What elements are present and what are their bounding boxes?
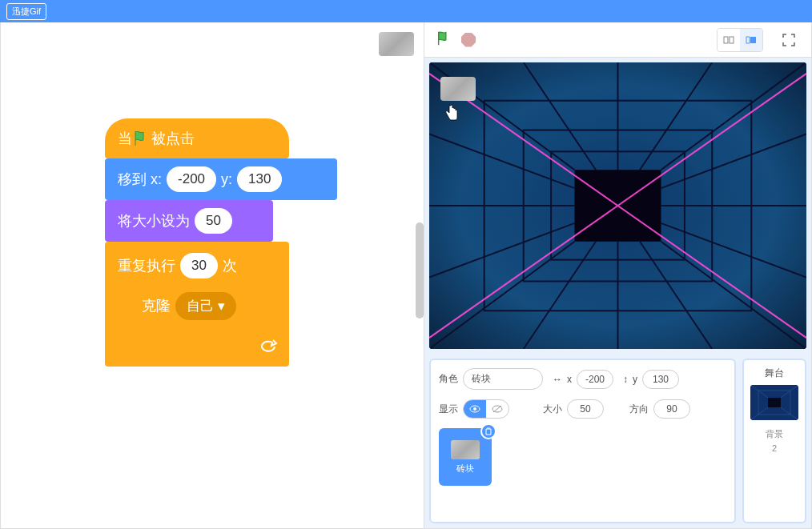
block-text: 克隆 xyxy=(142,296,171,315)
input-repeat-times[interactable]: 30 xyxy=(180,253,218,279)
stage-panel: 舞台 背景 2 xyxy=(742,359,806,523)
x-label: x xyxy=(567,374,572,385)
sprite-name-input[interactable]: 砖块 xyxy=(463,368,543,390)
backdrop-count: 2 xyxy=(772,443,777,453)
block-text: 将大小设为 xyxy=(118,211,190,230)
svg-rect-32 xyxy=(768,398,781,407)
show-sprite-button[interactable] xyxy=(464,400,486,418)
size-label: 大小 xyxy=(543,403,562,416)
direction-label: 方向 xyxy=(629,403,649,416)
small-stage-button[interactable] xyxy=(718,29,740,51)
sprite-card-thumb xyxy=(451,440,480,459)
svg-rect-2 xyxy=(746,37,750,43)
block-clone[interactable]: 克隆 自己 ▾ xyxy=(129,287,265,325)
app-badge: 迅捷Gif xyxy=(6,3,46,20)
sprite-name-label: 角色 xyxy=(439,372,458,386)
block-when-flag-clicked[interactable]: 当 被点击 xyxy=(105,118,289,158)
block-repeat[interactable]: 重复执行 30 次 克隆 自己 ▾ xyxy=(105,242,289,367)
sprite-thumbnail-corner xyxy=(379,32,414,56)
block-text: 重复执行 xyxy=(118,256,175,275)
sprite-card-brick[interactable]: 砖块 xyxy=(439,428,492,486)
input-x[interactable]: -200 xyxy=(167,166,216,192)
block-text: 移到 x: xyxy=(118,170,162,189)
green-flag-button[interactable] xyxy=(436,30,453,50)
delete-sprite-button[interactable] xyxy=(480,423,496,439)
block-text: 当 xyxy=(118,129,132,148)
block-text: 被点击 xyxy=(151,129,195,148)
block-text: 次 xyxy=(223,256,237,275)
stage-viewport[interactable] xyxy=(429,62,806,349)
backdrop-label: 背景 xyxy=(766,428,783,440)
sprite-list: 砖块 xyxy=(439,428,726,486)
sprite-y-input[interactable]: 130 xyxy=(642,370,679,389)
repeat-arrow-icon xyxy=(259,339,278,359)
sprite-direction-input[interactable]: 90 xyxy=(653,399,690,419)
vertical-scrollbar[interactable] xyxy=(416,222,424,319)
stage-thumbnail[interactable] xyxy=(750,385,798,420)
block-stack[interactable]: 当 被点击 移到 x: -200 y: 130 将大小设为 50 xyxy=(105,118,337,367)
input-size[interactable]: 50 xyxy=(195,208,232,234)
block-set-size[interactable]: 将大小设为 50 xyxy=(105,200,273,242)
large-stage-button[interactable] xyxy=(740,29,762,51)
cursor-hand-icon xyxy=(444,104,460,126)
show-label: 显示 xyxy=(439,403,458,416)
hide-sprite-button[interactable] xyxy=(486,400,509,418)
stage-size-toggle xyxy=(717,28,763,52)
svg-rect-0 xyxy=(724,37,728,43)
stage-sprite-brick[interactable] xyxy=(440,77,476,101)
block-text: y: xyxy=(221,171,232,188)
stage-header xyxy=(424,22,811,58)
stage-panel-title: 舞台 xyxy=(765,367,784,380)
arrows-h-icon: ↔ xyxy=(553,374,562,385)
svg-rect-3 xyxy=(750,37,756,43)
sprite-card-label: 砖块 xyxy=(456,463,474,475)
stage-backdrop xyxy=(429,62,806,349)
input-y[interactable]: 130 xyxy=(237,166,282,192)
y-label: y xyxy=(633,374,637,385)
arrows-v-icon: ↕ xyxy=(623,374,628,385)
titlebar: 迅捷Gif xyxy=(0,0,812,22)
sprite-x-input[interactable]: -200 xyxy=(577,370,613,389)
block-goto-xy[interactable]: 移到 x: -200 y: 130 xyxy=(105,158,337,200)
sprite-size-input[interactable]: 50 xyxy=(567,399,604,419)
code-editor-pane[interactable]: 当 被点击 移到 x: -200 y: 130 将大小设为 50 xyxy=(0,22,424,529)
green-flag-icon xyxy=(132,129,151,148)
fullscreen-button[interactable] xyxy=(778,29,800,51)
sprite-info-panel: 角色 砖块 ↔ x -200 ↕ y 130 xyxy=(429,359,736,523)
svg-rect-1 xyxy=(730,37,734,43)
stop-button[interactable] xyxy=(461,33,476,47)
dropdown-clone-target[interactable]: 自己 ▾ xyxy=(175,292,236,320)
svg-point-28 xyxy=(473,407,476,411)
